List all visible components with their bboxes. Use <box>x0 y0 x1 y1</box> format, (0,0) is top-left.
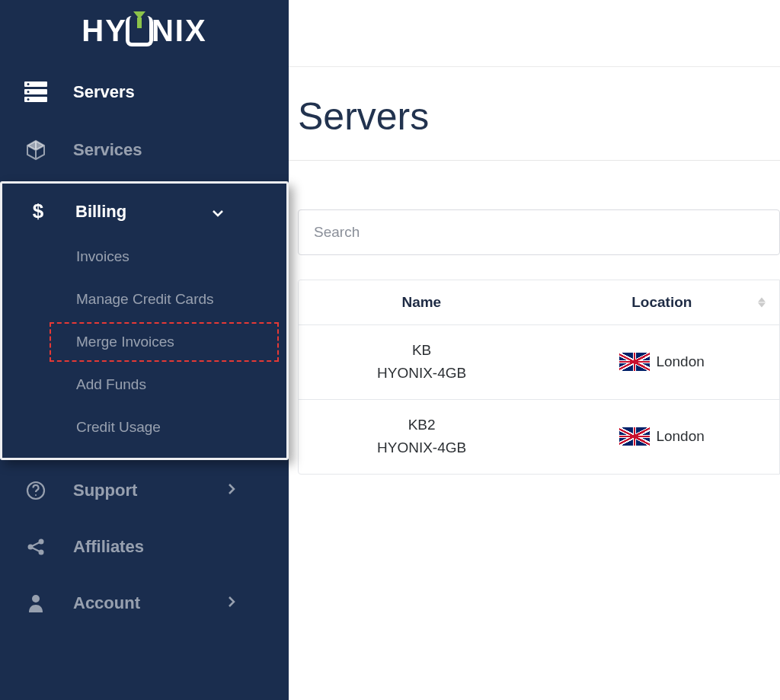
uk-flag-icon <box>619 353 650 371</box>
svg-text:$: $ <box>33 202 44 222</box>
services-icon <box>23 139 49 161</box>
sidebar-item-label: Account <box>73 593 140 613</box>
sub-item-label: Manage Credit Cards <box>76 291 214 307</box>
billing-section: $ Billing Invoices Manage Credit Cards M… <box>0 181 289 460</box>
svg-point-11 <box>39 550 44 555</box>
sidebar-item-billing[interactable]: $ Billing <box>2 188 286 235</box>
user-icon <box>23 593 49 613</box>
chevron-right-icon <box>228 596 235 612</box>
sub-item-label: Invoices <box>76 248 129 264</box>
question-circle-icon <box>23 481 49 500</box>
td-location: London <box>545 339 779 385</box>
chevron-down-icon <box>212 202 224 222</box>
row-name-line1: KB2 <box>299 414 545 436</box>
sidebar-item-label: Affiliates <box>73 537 144 557</box>
row-name-line2: HYONIX-4GB <box>299 362 545 385</box>
sidebar-item-label: Servers <box>73 82 135 102</box>
svg-point-3 <box>27 83 30 85</box>
share-icon <box>23 538 49 556</box>
td-location: London <box>545 414 779 460</box>
svg-point-10 <box>39 539 44 545</box>
logo[interactable]: HY NIX <box>0 0 289 63</box>
row-name-line1: KB <box>299 339 545 362</box>
main-content: Servers Search Name Location KB HYONIX-4… <box>289 0 780 700</box>
uk-flag-icon <box>619 427 650 446</box>
nav: Servers Services $ Billing <box>0 63 289 700</box>
sub-item-manage-credit-cards[interactable]: Manage Credit Cards <box>2 278 286 321</box>
th-label: Name <box>401 294 441 310</box>
svg-line-12 <box>33 543 39 546</box>
svg-point-5 <box>27 98 30 101</box>
svg-point-9 <box>28 545 34 550</box>
location-text: London <box>656 428 704 445</box>
table-header: Name Location <box>299 280 779 325</box>
th-label: Location <box>631 294 692 310</box>
sidebar-item-label: Services <box>73 140 142 160</box>
page-title: Servers <box>298 94 780 139</box>
svg-line-13 <box>33 548 39 551</box>
sub-item-label: Merge Invoices <box>76 334 174 350</box>
servers-icon <box>23 82 49 103</box>
sub-item-label: Add Funds <box>76 376 146 392</box>
sub-item-merge-invoices[interactable]: Merge Invoices <box>2 321 286 363</box>
location-text: London <box>656 353 704 370</box>
sub-item-invoices[interactable]: Invoices <box>2 235 286 278</box>
sidebar-item-affiliates[interactable]: Affiliates <box>0 519 289 575</box>
row-name-line2: HYONIX-4GB <box>299 436 545 459</box>
chevron-right-icon <box>228 483 235 499</box>
dollar-icon: $ <box>25 202 51 222</box>
header-spacer <box>289 0 780 67</box>
svg-point-14 <box>32 595 40 603</box>
table-row[interactable]: KB HYONIX-4GB London <box>299 325 779 400</box>
sub-item-credit-usage[interactable]: Credit Usage <box>2 406 286 449</box>
logo-text: HY NIX <box>82 14 206 48</box>
sidebar-item-account[interactable]: Account <box>0 575 289 631</box>
sub-item-add-funds[interactable]: Add Funds <box>2 363 286 406</box>
sidebar-item-servers[interactable]: Servers <box>0 63 289 121</box>
td-name: KB HYONIX-4GB <box>299 339 545 385</box>
sub-item-label: Credit Usage <box>76 419 161 435</box>
svg-point-4 <box>27 91 30 93</box>
sidebar-item-services[interactable]: Services <box>0 121 289 179</box>
table-row[interactable]: KB2 HYONIX-4GB London <box>299 400 779 474</box>
search-input[interactable]: Search <box>298 209 780 255</box>
sidebar-item-label: Support <box>73 481 137 500</box>
sidebar-item-label: Billing <box>75 202 126 222</box>
sidebar: HY NIX Servers <box>0 0 289 700</box>
search-placeholder: Search <box>314 224 360 240</box>
servers-table: Name Location KB HYONIX-4GB London <box>298 280 780 475</box>
th-name[interactable]: Name <box>299 280 545 324</box>
sort-icon <box>758 298 766 308</box>
divider <box>289 160 780 161</box>
sidebar-item-support[interactable]: Support <box>0 462 289 519</box>
svg-point-8 <box>35 494 37 496</box>
th-location[interactable]: Location <box>545 280 779 324</box>
td-name: KB2 HYONIX-4GB <box>299 414 545 460</box>
logo-o-icon <box>126 16 153 46</box>
